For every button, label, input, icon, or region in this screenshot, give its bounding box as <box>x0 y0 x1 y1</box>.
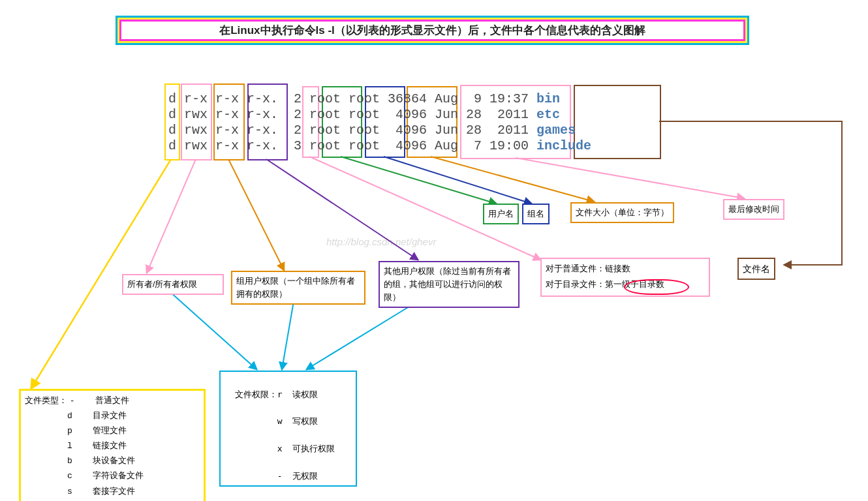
label-group-perm: 组用户权限（一个组中除所有者拥有的权限） <box>231 271 365 305</box>
ls-row: d rwx r-x r-x. 2 root root 4096 Jun 28 2… <box>168 107 591 123</box>
ftype-l: l 链接文件 <box>67 441 127 451</box>
label-other-perm: 其他用户权限（除过当前有所有者的组，其他组可以进行访问的权限） <box>379 261 519 308</box>
ftype-d: d 目录文件 <box>67 411 127 421</box>
label-user: 用户名 <box>483 204 519 224</box>
svg-line-6 <box>384 157 531 204</box>
ftype-dash: - 普通文件 <box>70 396 129 406</box>
ftype-p: p 管理文件 <box>67 426 127 436</box>
label-size: 文件大小（单位：字节） <box>570 202 674 223</box>
filetype-key-box: 文件类型： - 普通文件 文件类型：d 目录文件 文件类型：p 管理文件 文件类… <box>19 389 206 501</box>
label-mtime: 最后修改时间 <box>723 199 784 220</box>
svg-line-5 <box>341 157 496 204</box>
svg-line-11 <box>307 301 418 369</box>
ls-row: d r-x r-x r-x. 2 root root 36864 Aug 9 1… <box>168 91 591 107</box>
perm-key-x: x 可执行权限 <box>277 444 335 453</box>
perm-key-w: w 写权限 <box>277 416 318 426</box>
ftype-b: b 块设备文件 <box>67 456 135 466</box>
ftype-s: s 套接字文件 <box>67 487 135 496</box>
svg-line-10 <box>282 301 294 369</box>
ftype-title: 文件类型： <box>25 395 67 405</box>
label-owner-perm: 所有者/所有者权限 <box>122 274 224 295</box>
links-line1: 对于普通文件：链接数 <box>546 262 705 277</box>
ls-row: d rwx r-x r-x. 2 root root 4096 Jun 28 2… <box>168 123 591 138</box>
watermark-text: http://blog.csdn.net/ghevr <box>326 236 436 247</box>
svg-line-2 <box>228 159 284 270</box>
diagram-title-frame: 在Linux中执行命令ls -l（以列表的形式显示文件）后，文件中各个信息代表的… <box>116 16 749 45</box>
perm-key-box: 文件权限：r 读权限 文件权限：w 写权限 文件权限：x 可执行权限 文件权限：… <box>219 371 357 487</box>
perm-key-title: 文件权限： <box>235 389 277 399</box>
label-filename: 文件名 <box>737 258 775 280</box>
perm-key-r: r 读权限 <box>277 389 318 399</box>
ls-output: d r-x r-x r-x. 2 root root 36864 Aug 9 1… <box>168 91 591 154</box>
ftype-c: c 字符设备文件 <box>67 471 144 481</box>
perm-key-dash: - 无权限 <box>277 471 318 481</box>
svg-line-7 <box>431 157 594 202</box>
diagram-title: 在Linux中执行命令ls -l（以列表的形式显示文件）后，文件中各个信息代表的… <box>125 23 739 38</box>
label-group: 组名 <box>522 204 550 224</box>
svg-line-1 <box>147 159 196 273</box>
links-emphasis-circle <box>624 279 689 295</box>
svg-line-8 <box>516 158 744 198</box>
ls-row: d rwx r-x r-x. 3 root root 4096 Aug 7 19… <box>168 138 591 154</box>
